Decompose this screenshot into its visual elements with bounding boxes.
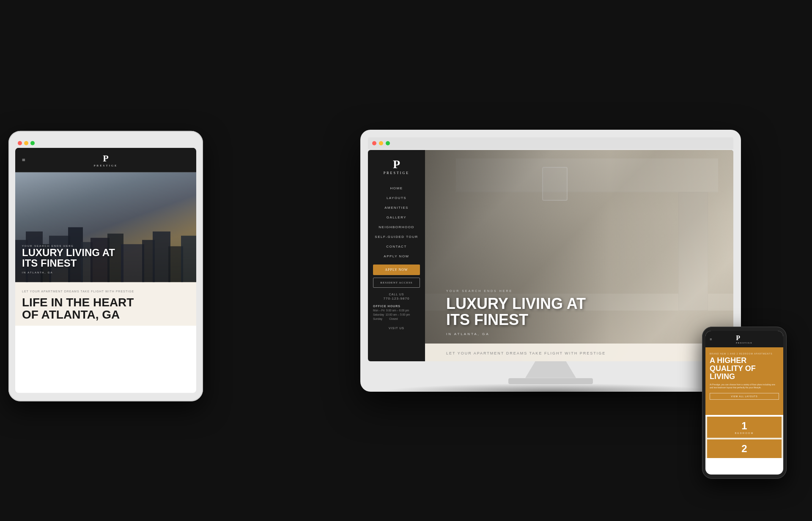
nav-contact[interactable]: CONTACT: [368, 242, 425, 251]
tablet-frame: ≡ P PRESTIGE: [8, 131, 203, 401]
phone-logo-text: PRESTIGE: [736, 342, 752, 344]
tablet-hero-title: LUXURY LIVING AT ITS FINEST: [22, 247, 189, 268]
sidebar-hours-monfri: Mon – Fri 9:00 am – 6:00 pm: [373, 308, 420, 313]
nav-neighborhood[interactable]: NEIGHBORHOOD: [368, 222, 425, 232]
monitor-window-bar: [368, 137, 733, 149]
phone-tile-2bed-number: 2: [710, 443, 778, 455]
phone-header: ≡ P PRESTIGE: [705, 331, 783, 347]
phone-tile-1bed-number: 1: [710, 420, 778, 432]
nav-apply-now[interactable]: APPLY NOW: [368, 251, 425, 261]
hero-content: YOUR SEARCH ENDS HERE LUXURY LIVING AT I…: [446, 289, 733, 336]
tablet-device: ≡ P PRESTIGE: [8, 131, 203, 401]
hero-sub-text: YOUR SEARCH ENDS HERE: [446, 289, 733, 292]
window-dot-yellow[interactable]: [379, 141, 383, 145]
tablet-dots: [15, 139, 196, 147]
phone-view-layouts-btn[interactable]: VIEW ALL LAYOUTS: [710, 393, 779, 400]
phone-orange-section: BRAND NEW 1 AND 2 BEDROOM APARTMENTS A H…: [705, 347, 783, 415]
apply-now-button[interactable]: APPLY NOW: [373, 265, 420, 275]
phone-description: At Prestige, you can choose from a varie…: [710, 383, 779, 390]
sidebar-hours-sat: Saturday 10:00 am – 5:00 pm: [373, 313, 420, 317]
tablet-logo-text: PRESTIGE: [94, 164, 118, 167]
tablet-logo[interactable]: P PRESTIGE: [94, 153, 118, 167]
sidebar-call-label: CALL US: [389, 293, 404, 296]
monitor-device: P PRESTIGE HOME LAYOUTS AMENITIES GALLER…: [360, 130, 741, 392]
phone-logo-mark: P: [736, 334, 752, 342]
tablet-header: ≡ P PRESTIGE: [15, 147, 196, 172]
phone-menu-icon[interactable]: ≡: [710, 337, 712, 341]
nav-home[interactable]: HOME: [368, 183, 425, 193]
hero-title: LUXURY LIVING AT ITS FINEST: [446, 296, 733, 328]
hero-tagline-strip: LET YOUR APARTMENT DREAMS TAKE FLIGHT WI…: [425, 344, 733, 361]
sidebar-hours: OFFICE HOURS Mon – Fri 9:00 am – 6:00 pm…: [368, 300, 425, 322]
tablet-tagline: LET YOUR APARTMENT DREAMS TAKE FLIGHT WI…: [22, 289, 189, 292]
phone-device: ≡ P PRESTIGE BRAND NEW 1 AND 2 BEDROOM A…: [702, 327, 787, 479]
tablet-menu-icon[interactable]: ≡: [22, 156, 25, 163]
phone-tile-1bed-label: BEDROOM: [710, 432, 778, 434]
tablet-hero-title-line1: LUXURY LIVING AT: [22, 247, 115, 258]
phone-tiles: 1 BEDROOM 2: [705, 417, 783, 458]
window-dot-red[interactable]: [372, 141, 376, 145]
sidebar-hours-header: OFFICE HOURS: [373, 304, 420, 308]
dot-red: [18, 141, 22, 145]
sidebar-hours-sun: Sunday Closed: [373, 317, 420, 321]
phone-tile-2bed[interactable]: 2: [707, 439, 782, 458]
nav-self-guided-tour[interactable]: SELF-GUIDED TOUR: [368, 232, 425, 242]
phone-main-title: A HIGHER QUALITY OF LIVING: [710, 357, 779, 381]
monitor-stand: [525, 361, 576, 378]
tablet-hero: YOUR SEARCH ENDS HERE LUXURY LIVING AT I…: [15, 172, 196, 282]
phone-logo[interactable]: P PRESTIGE: [736, 334, 752, 344]
dot-green: [30, 141, 35, 145]
site-logo-mark: P: [393, 158, 400, 170]
scene: ≡ P PRESTIGE: [0, 0, 812, 521]
sidebar-phone: 770-123-9870: [384, 297, 410, 300]
monitor-shadow: [381, 383, 720, 400]
hero-title-line2: ITS FINEST: [446, 311, 528, 328]
site-sidebar: P PRESTIGE HOME LAYOUTS AMENITIES GALLER…: [368, 150, 425, 361]
tablet-logo-mark: P: [94, 153, 118, 164]
tablet-cream-section: LET YOUR APARTMENT DREAMS TAKE FLIGHT WI…: [15, 282, 196, 326]
nav-gallery[interactable]: GALLERY: [368, 213, 425, 222]
site-nav: HOME LAYOUTS AMENITIES GALLERY NEIGHBORH…: [368, 183, 425, 261]
dot-yellow: [24, 141, 28, 145]
hero-location: IN ATLANTA, GA: [446, 332, 733, 336]
nav-amenities[interactable]: AMENITIES: [368, 203, 425, 213]
site-hero: YOUR SEARCH ENDS HERE LUXURY LIVING AT I…: [425, 150, 733, 361]
tablet-hero-location: IN ATLANTA, GA: [22, 271, 189, 273]
phone-frame: ≡ P PRESTIGE BRAND NEW 1 AND 2 BEDROOM A…: [702, 327, 787, 479]
tablet-hero-content: YOUR SEARCH ENDS HERE LUXURY LIVING AT I…: [22, 245, 189, 273]
phone-screen: ≡ P PRESTIGE BRAND NEW 1 AND 2 BEDROOM A…: [705, 331, 783, 475]
phone-brand-badge: BRAND NEW 1 AND 2 BEDROOM APARTMENTS: [710, 352, 779, 355]
site-logo-text: PRESTIGE: [384, 171, 409, 175]
nav-layouts[interactable]: LAYOUTS: [368, 193, 425, 203]
hero-title-line1: LUXURY LIVING AT: [446, 295, 586, 312]
tablet-hero-title-line2: ITS FINEST: [22, 257, 77, 269]
monitor-screen: P PRESTIGE HOME LAYOUTS AMENITIES GALLER…: [368, 150, 733, 361]
hero-tagline-text: LET YOUR APARTMENT DREAMS TAKE FLIGHT WI…: [446, 351, 606, 355]
window-dot-green[interactable]: [386, 141, 390, 145]
tablet-section-title: LIFE IN THE HEART OF ATLANTA, GA: [22, 296, 189, 321]
monitor-frame: P PRESTIGE HOME LAYOUTS AMENITIES GALLER…: [360, 130, 741, 392]
phone-tile-1bed[interactable]: 1 BEDROOM: [707, 417, 782, 438]
sidebar-visit-label: VISIT US: [389, 327, 404, 330]
resident-access-button[interactable]: RESIDENT ACCESS: [373, 278, 420, 288]
tablet-screen: ≡ P PRESTIGE: [15, 147, 196, 393]
